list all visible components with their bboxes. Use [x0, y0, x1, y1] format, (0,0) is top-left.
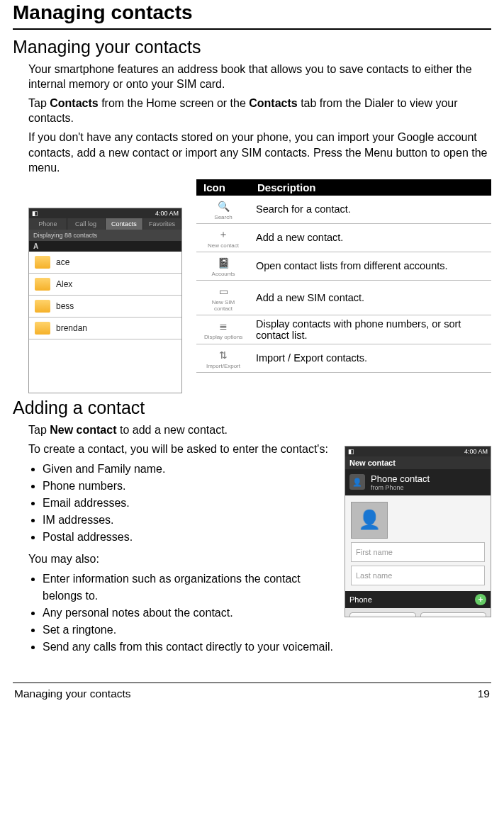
contact-chip-icon	[35, 322, 50, 335]
ss2-section-phone: Phone	[349, 595, 372, 604]
title-rule	[13, 28, 491, 30]
page-title: Managing contacts	[13, 1, 491, 24]
ss1-contact-item: ace	[29, 252, 181, 274]
table-row: ▭New SIM contact Add a new SIM contact.	[196, 280, 491, 315]
row-desc: Add a new contact.	[250, 223, 491, 252]
ss1-section-header: A	[29, 241, 181, 252]
import-export-icon: ⇅Import/Export	[202, 347, 245, 369]
section1-p1: Your smartphone features an address book…	[28, 62, 491, 91]
ss1-tab-calllog: Call log	[67, 218, 106, 230]
list-item: Send any calls from this contact directl…	[43, 639, 491, 656]
footer-section: Managing your contacts	[14, 687, 131, 700]
table-row: ＋New contact Add a new contact.	[196, 223, 491, 252]
row-desc: Open contact lists from different accoun…	[250, 252, 491, 280]
contact-chip-icon	[35, 256, 50, 269]
ss1-tab-favorites: Favorites	[143, 218, 181, 230]
ui-contacts-2: Contacts	[249, 97, 297, 109]
table-row: ⇅Import/Export Import / Export contacts.	[196, 344, 491, 372]
row-desc: Display contacts with phone numbers, or …	[250, 315, 491, 344]
th-icon: Icon	[196, 179, 250, 196]
th-description: Description	[250, 179, 491, 196]
table-row: ≣Display options Display contacts with p…	[196, 315, 491, 344]
display-options-icon: ≣Display options	[202, 318, 245, 340]
ss2-contact-type: Phone contact	[371, 473, 430, 484]
ss1-contact-item: bess	[29, 296, 181, 318]
photo-placeholder-icon: 👤	[351, 502, 388, 539]
ss1-tab-contacts: Contacts	[106, 218, 144, 230]
person-icon: 👤	[349, 474, 365, 490]
ss1-tab-phone: Phone	[29, 218, 67, 230]
ui-contacts-1: Contacts	[50, 97, 98, 109]
section1-p2: Tap Contacts from the Home screen or the…	[28, 96, 491, 125]
contact-chip-icon	[35, 300, 50, 313]
row-desc: Import / Export contacts.	[250, 344, 491, 372]
footer-rule	[13, 683, 491, 683]
done-button: Done	[349, 612, 416, 617]
accounts-icon: 📓Accounts	[202, 255, 245, 277]
table-row: 📓Accounts Open contact lists from differ…	[196, 252, 491, 280]
status-time: 4:00 AM	[155, 210, 179, 217]
section2-p1: Tap New contact to add a new contact.	[28, 422, 491, 437]
revert-button: Revert	[420, 612, 487, 617]
section1-heading: Managing your contacts	[13, 37, 491, 57]
status-left-icon: ◧	[348, 448, 354, 455]
add-phone-icon: +	[475, 594, 486, 605]
ss2-from: from Phone	[371, 484, 430, 491]
footer-page-number: 19	[478, 687, 490, 700]
screenshot-contacts-list: ◧ 4:00 AM Phone Call log Contacts Favori…	[28, 208, 182, 393]
row-desc: Search for a contact.	[250, 196, 491, 224]
first-name-field: First name	[351, 542, 485, 562]
last-name-field: Last name	[351, 566, 485, 585]
ss1-count-bar: Displaying 88 contacts	[29, 230, 181, 241]
ss1-contact-item: brendan	[29, 318, 181, 339]
table-row: 🔍Search Search for a contact.	[196, 196, 491, 224]
status-time: 4:00 AM	[464, 448, 488, 455]
section2-heading: Adding a contact	[13, 398, 491, 418]
section1-p3: If you don't have any contacts stored on…	[28, 130, 491, 174]
list-item: Set a ringtone.	[43, 622, 491, 639]
ss1-contact-item: Alex	[29, 274, 181, 296]
ss1-tabs: Phone Call log Contacts Favorites	[29, 218, 181, 230]
ui-new-contact: New contact	[50, 424, 116, 436]
icon-description-table: Icon Description 🔍Search Search for a co…	[196, 179, 491, 373]
new-contact-icon: ＋New contact	[202, 227, 245, 249]
new-sim-contact-icon: ▭New SIM contact	[202, 283, 245, 312]
status-left-icon: ◧	[32, 210, 38, 217]
search-icon: 🔍Search	[202, 198, 245, 220]
row-desc: Add a new SIM contact.	[250, 280, 491, 315]
ss2-title: New contact	[345, 456, 491, 469]
contact-chip-icon	[35, 278, 50, 291]
screenshot-new-contact: ◧ 4:00 AM New contact 👤 Phone contact fr…	[345, 446, 491, 617]
